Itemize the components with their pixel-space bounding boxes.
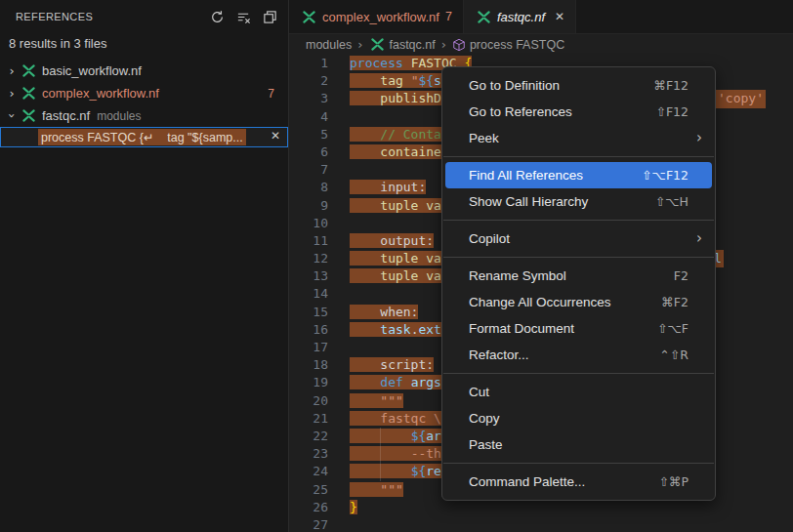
selected-reference-item[interactable]: process FASTQC {↵ tag "${samp... ✕ [0, 127, 288, 147]
menu-item-cut[interactable]: Cut [445, 379, 712, 405]
code-token: input: [350, 180, 426, 194]
line-content: // Conta [350, 127, 441, 142]
line-number: 23 [289, 445, 328, 463]
clear-results-icon[interactable] [232, 6, 254, 27]
line-number: 17 [289, 339, 328, 356]
code-token: ${ [411, 429, 427, 443]
menu-item-label: Refactor... [469, 348, 529, 362]
line-content: publishD [350, 91, 441, 105]
menu-item-copilot[interactable]: Copilot› [445, 225, 712, 252]
tab-complex-workflow[interactable]: complex_workflow.nf 7 [289, 0, 464, 33]
line-number: 5 [289, 126, 328, 143]
references-panel-header: REFERENCES [0, 0, 288, 33]
code-token [350, 91, 380, 105]
menu-separator [443, 463, 714, 464]
menu-item-label: Command Palette... [469, 474, 585, 489]
line-number: 19 [289, 374, 328, 391]
chevron-right-icon: › [4, 86, 20, 101]
breadcrumb-process-fastqc[interactable]: process FASTQC [452, 38, 564, 52]
tab-fastqc[interactable]: fastqc.nf ✕ [464, 0, 576, 33]
menu-item-change-all-occurrences[interactable]: Change All Occurrences⌘F2 [445, 289, 712, 315]
line-number: 22 [289, 428, 328, 445]
file-result-basic_workflow-nf[interactable]: ›basic_workflow.nf [0, 60, 288, 82]
line-number: 14 [289, 285, 328, 303]
menu-item-shortcut: ⇧⌥F [657, 321, 702, 336]
line-content: """ [350, 393, 403, 408]
breadcrumb-modules[interactable]: modules [306, 38, 352, 52]
code-token [350, 198, 380, 213]
references-panel-title: REFERENCES [16, 11, 206, 22]
line-content: output: [350, 233, 434, 248]
refresh-icon[interactable] [206, 6, 228, 27]
dismiss-reference-icon[interactable]: ✕ [271, 129, 280, 143]
file-description: modules [97, 109, 141, 123]
menu-item-label: Go to References [469, 104, 572, 119]
breadcrumb-label: fastqc.nf [389, 38, 435, 52]
menu-item-refactor[interactable]: Refactor...⌃⇧R [445, 342, 712, 368]
menu-item-paste[interactable]: Paste [445, 431, 712, 458]
menu-item-format-document[interactable]: Format Document⇧⌥F [445, 315, 712, 342]
line-content: tag "${s [350, 73, 441, 88]
file-name: basic_workflow.nf [42, 63, 142, 78]
menu-item-label: Cut [469, 385, 489, 399]
line-number: 21 [289, 410, 328, 428]
close-tab-icon[interactable]: ✕ [555, 10, 564, 23]
nextflow-icon [302, 10, 316, 24]
menu-item-label: Show Call Hierarchy [469, 194, 588, 209]
indent-guide [380, 463, 381, 480]
result-count-badge: 7 [268, 87, 274, 101]
menu-item-copy[interactable]: Copy [445, 405, 712, 431]
menu-item-peek[interactable]: Peek› [445, 125, 712, 151]
editor-tab-bar: complex_workflow.nf 7 fastqc.nf ✕ [289, 0, 793, 34]
menu-item-shortcut: ⇧F12 [655, 104, 702, 119]
breadcrumb-separator: › [441, 37, 446, 52]
line-number: 7 [289, 161, 328, 179]
code-token: s [434, 73, 441, 88]
reference-file-list: ›basic_workflow.nf›complex_workflow.nf7›… [0, 60, 288, 127]
line-content: tuple va [350, 268, 441, 283]
menu-item-go-to-references[interactable]: Go to References⇧F12 [445, 99, 712, 125]
collapse-all-icon[interactable] [259, 6, 280, 27]
code-token [403, 375, 411, 389]
code-token [350, 322, 380, 337]
references-panel: REFERENCES 8 results in 3 files ›basic_w… [0, 0, 289, 532]
code-token: output: [350, 233, 434, 248]
code-line[interactable]: 27 [289, 516, 793, 532]
nextflow-icon [21, 86, 36, 101]
line-number: 25 [289, 481, 328, 499]
menu-item-command-palette[interactable]: Command Palette...⇧⌘P [445, 469, 712, 495]
file-result-complex_workflow-nf[interactable]: ›complex_workflow.nf7 [0, 82, 288, 104]
references-panel-toolbar [206, 6, 280, 27]
code-token: task [380, 322, 410, 337]
menu-item-find-all-references[interactable]: Find All References⇧⌥F12 [445, 162, 712, 188]
line-content: fastqc \ [350, 411, 441, 426]
code-token: fastqc \ [380, 411, 441, 426]
menu-item-label: Peek [469, 131, 499, 145]
file-name: fastqc.nf [42, 108, 90, 123]
menu-item-go-to-definition[interactable]: Go to Definition⌘F12 [445, 72, 712, 99]
line-content: } [350, 500, 357, 514]
menu-item-show-call-hierarchy[interactable]: Show Call Hierarchy⇧⌥H [445, 188, 712, 215]
line-number: 10 [289, 215, 328, 232]
menu-item-label: Find All References [469, 168, 583, 183]
code-line[interactable]: 26} [289, 499, 793, 516]
code-token: tuple [380, 268, 418, 283]
breadcrumb-fastqc[interactable]: fastqc.nf [368, 37, 435, 52]
line-number: 12 [289, 250, 328, 267]
code-token: """ [380, 482, 402, 497]
code-token: 'copy' [718, 91, 764, 105]
code-token: ${ [411, 464, 427, 478]
code-token: process [350, 56, 403, 70]
line-number: 6 [289, 143, 328, 161]
menu-item-shortcut: ⌃⇧R [659, 348, 702, 362]
menu-item-shortcut: ⌘F12 [653, 78, 702, 93]
menu-item-rename-symbol[interactable]: Rename SymbolF2 [445, 263, 712, 289]
code-token: def [380, 375, 402, 389]
code-token: tag [380, 73, 402, 88]
line-number: 26 [289, 499, 328, 516]
code-token: publishD [380, 91, 441, 105]
menu-separator [443, 257, 714, 258]
submenu-arrow-icon: › [696, 131, 702, 145]
file-result-fastqc-nf[interactable]: ›fastqc.nfmodules [0, 104, 288, 127]
code-token: ar [426, 429, 441, 443]
